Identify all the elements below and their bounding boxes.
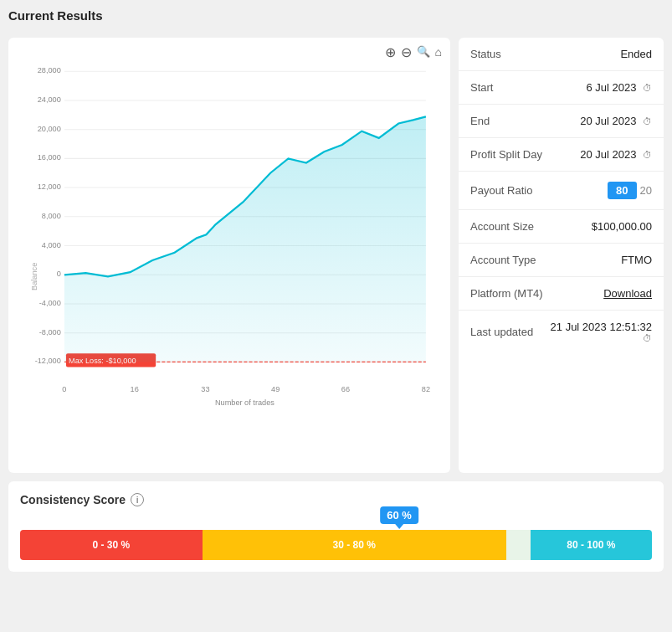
payout-label: Payout Ratio: [470, 184, 532, 197]
profit-split-clock-icon: ⏱: [643, 150, 652, 160]
score-bar: 0 - 30 % 30 - 80 % 80 - 100 %: [20, 530, 652, 560]
start-value: 6 Jul 2023 ⏱: [586, 81, 652, 94]
svg-text:8,000: 8,000: [42, 212, 61, 220]
svg-text:24,000: 24,000: [38, 95, 61, 104]
chart-area: 28,000 24,000 20,000 16,000 12,000 8,000…: [17, 63, 442, 465]
svg-text:49: 49: [271, 385, 280, 393]
svg-text:20,000: 20,000: [38, 125, 61, 133]
end-clock-icon: ⏱: [643, 116, 652, 126]
payout-row: Payout Ratio 80 20: [459, 172, 664, 210]
consistency-title: Consistency Score i: [20, 493, 652, 506]
bar-segment-yellow: 30 - 80 %: [203, 530, 506, 560]
status-value: Ended: [620, 48, 652, 60]
svg-text:33: 33: [201, 385, 209, 393]
download-link[interactable]: Download: [603, 287, 652, 300]
svg-text:12,000: 12,000: [38, 182, 61, 191]
svg-text:Balance: Balance: [30, 263, 38, 290]
chart-toolbar: ⊕ ⊖ 🔍 ⌂: [17, 46, 442, 59]
score-badge: 60 %: [380, 506, 418, 524]
payout-wrap: 80 20: [608, 182, 652, 199]
svg-text:66: 66: [341, 385, 350, 393]
zoom-out-icon[interactable]: ⊖: [401, 46, 412, 59]
svg-text:16,000: 16,000: [38, 153, 61, 162]
platform-value: Download: [603, 287, 652, 300]
score-bar-container: 60 % 0 - 30 % 30 - 80 % 80 - 100 %: [20, 530, 652, 560]
account-size-row: Account Size $100,000.00: [459, 210, 664, 244]
bar-red-label: 0 - 30 %: [93, 539, 131, 551]
svg-text:28,000: 28,000: [38, 66, 61, 75]
last-updated-datetime: 21 Jul 2023 12:51:32: [551, 321, 652, 333]
platform-label: Platform (MT4): [470, 287, 543, 300]
consistency-score-label: Consistency Score: [20, 493, 126, 506]
info-panel: Status Ended Start 6 Jul 2023 ⏱ End 20 J…: [459, 38, 664, 473]
account-type-value: FTMO: [621, 254, 652, 266]
status-row: Status Ended: [459, 38, 664, 71]
info-icon[interactable]: i: [131, 493, 144, 506]
svg-text:82: 82: [422, 385, 430, 393]
end-value: 20 Jul 2023 ⏱: [580, 115, 652, 127]
account-size-value: $100,000.00: [592, 220, 652, 233]
bar-cyan-label: 80 - 100 %: [567, 539, 615, 551]
svg-text:-8,000: -8,000: [39, 328, 61, 337]
page-title: Current Results: [8, 8, 664, 23]
svg-text:-4,000: -4,000: [39, 299, 61, 307]
account-type-row: Account Type FTMO: [459, 244, 664, 277]
bar-yellow-label: 30 - 80 %: [333, 539, 376, 551]
home-icon[interactable]: ⌂: [435, 46, 442, 59]
payout-value: 80 20: [608, 182, 652, 199]
last-updated-row: Last updated 21 Jul 2023 12:51:32 ⏱: [459, 311, 664, 353]
svg-text:4,000: 4,000: [42, 241, 61, 249]
end-row: End 20 Jul 2023 ⏱: [459, 105, 664, 138]
svg-text:0: 0: [62, 385, 66, 393]
bar-segment-cyan: 80 - 100 %: [531, 530, 652, 560]
svg-text:-12,000: -12,000: [35, 357, 61, 365]
chart-svg: 28,000 24,000 20,000 16,000 12,000 8,000…: [17, 63, 442, 465]
chart-panel: ⊕ ⊖ 🔍 ⌂ 28,000 24,000 20,000 16,000 12,0…: [8, 38, 450, 473]
last-updated-val: 21 Jul 2023 12:51:32 ⏱: [551, 321, 652, 343]
last-updated-clock-icon: ⏱: [643, 333, 652, 343]
profit-split-value: 20 Jul 2023 ⏱: [580, 148, 652, 161]
account-size-label: Account Size: [470, 220, 534, 233]
last-updated-value: 21 Jul 2023 12:51:32 ⏱: [551, 321, 652, 343]
last-updated-label: Last updated: [470, 326, 533, 338]
account-type-label: Account Type: [470, 254, 536, 266]
bar-segment-gap: [506, 530, 531, 560]
platform-row: Platform (MT4) Download: [459, 277, 664, 311]
bar-segment-red: 0 - 30 %: [20, 530, 203, 560]
profit-split-row: Profit Split Day 20 Jul 2023 ⏱: [459, 138, 664, 172]
start-clock-icon: ⏱: [643, 83, 652, 93]
search-icon[interactable]: 🔍: [417, 46, 430, 59]
consistency-section: Consistency Score i 60 % 0 - 30 % 30 - 8…: [8, 481, 664, 572]
start-label: Start: [470, 81, 493, 94]
payout-blue: 80: [608, 182, 636, 199]
zoom-in-icon[interactable]: ⊕: [385, 46, 396, 59]
status-label: Status: [470, 48, 501, 60]
top-section: ⊕ ⊖ 🔍 ⌂ 28,000 24,000 20,000 16,000 12,0…: [8, 38, 664, 473]
payout-grey: 20: [640, 184, 652, 197]
end-label: End: [470, 115, 490, 127]
profit-split-label: Profit Split Day: [470, 148, 542, 161]
svg-text:16: 16: [131, 385, 139, 393]
svg-text:0: 0: [57, 270, 61, 278]
svg-text:Number of trades: Number of trades: [215, 398, 274, 407]
start-row: Start 6 Jul 2023 ⏱: [459, 71, 664, 105]
